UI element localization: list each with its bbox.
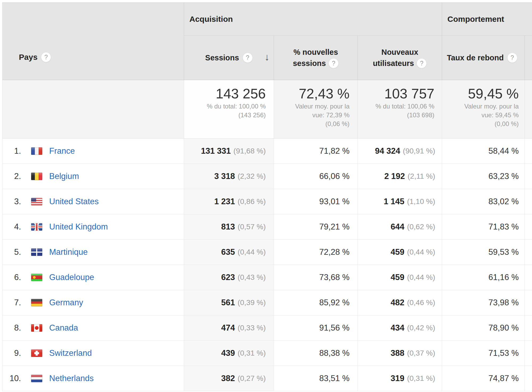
summary-next-clipped	[525, 80, 532, 139]
new-users-cell: 2 192 (2,11 %)	[358, 164, 442, 189]
table-row-country: 5. Martinique	[2, 240, 184, 265]
column-header-next-clipped	[525, 36, 532, 80]
next-column-clipped-cell	[525, 214, 532, 240]
sessions-cell: 635 (0,44 %)	[184, 240, 274, 265]
new-users-header-line1: Nouveaux	[381, 48, 418, 56]
bounce-rate-cell: 83,02 %	[442, 189, 525, 214]
flag-martinique-icon	[31, 248, 42, 256]
column-header-new-sessions[interactable]: % nouvelles sessions ?	[274, 36, 358, 80]
country-link[interactable]: Netherlands	[49, 374, 94, 383]
flag-guadeloupe-icon	[31, 274, 42, 281]
new-sessions-header-line2: sessions	[293, 58, 326, 69]
next-column-clipped-cell	[525, 164, 532, 189]
next-column-clipped-cell	[525, 139, 532, 164]
country-link[interactable]: Germany	[49, 298, 83, 307]
next-column-clipped-cell	[525, 315, 532, 341]
bounce-rate-cell: 61,16 %	[442, 265, 525, 290]
flag-germany-icon	[31, 299, 42, 306]
flag-switzerland-icon	[31, 349, 42, 357]
next-column-clipped-cell	[525, 366, 532, 391]
sessions-cell: 474 (0,33 %)	[184, 315, 274, 341]
table-row-country: 10. Netherlands	[2, 366, 184, 391]
row-rank: 8.	[2, 323, 21, 333]
help-icon[interactable]: ?	[41, 52, 51, 62]
country-link[interactable]: Belgium	[49, 172, 79, 181]
new-users-cell: 644 (0,62 %)	[358, 214, 442, 240]
bounce-rate-cell: 71,83 %	[442, 214, 525, 240]
country-link[interactable]: United Kingdom	[49, 222, 108, 232]
row-rank: 6.	[2, 273, 21, 282]
bounce-rate-cell: 73,98 %	[442, 290, 525, 315]
summary-new-users-cell: 103 757 % du total: 100,06 % (103 698)	[358, 80, 442, 139]
new-sessions-cell: 72,28 %	[274, 240, 358, 265]
new-users-cell: 482 (0,46 %)	[358, 290, 442, 315]
pays-header-label: Pays	[19, 53, 38, 62]
country-link[interactable]: United States	[49, 197, 99, 206]
group-header-acquisition: Acquisition	[184, 3, 442, 36]
help-icon[interactable]: ?	[507, 53, 517, 63]
row-rank: 5.	[2, 247, 21, 257]
new-sessions-cell: 73,68 %	[274, 265, 358, 290]
row-rank: 1.	[2, 146, 21, 156]
flag-united-states-icon	[31, 198, 42, 205]
sessions-cell: 561 (0,39 %)	[184, 290, 274, 315]
new-users-cell: 94 324 (90,91 %)	[358, 139, 442, 164]
sessions-cell: 813 (0,57 %)	[184, 214, 274, 240]
summary-bounce-rate-cell: 59,45 % Valeur moy. pour la vue: 59,45 %…	[442, 80, 525, 139]
sessions-cell: 439 (0,31 %)	[184, 341, 274, 366]
summary-bounce-rate-avg: 59,45 %	[445, 85, 519, 102]
sort-descending-icon: ↓	[265, 52, 270, 63]
summary-sessions-cell: 143 256 % du total: 100,00 % (143 256)	[184, 80, 274, 139]
country-link[interactable]: France	[49, 146, 75, 156]
new-users-cell: 1 145 (1,10 %)	[358, 189, 442, 214]
next-column-clipped-cell	[525, 341, 532, 366]
next-column-clipped-cell	[525, 265, 532, 290]
table-row-country: 8. Canada	[2, 315, 184, 341]
row-rank: 7.	[2, 298, 21, 307]
summary-new-users-total: 103 757	[360, 85, 434, 102]
summary-pays-cell	[2, 80, 184, 139]
column-header-sessions[interactable]: Sessions ? ↓	[184, 36, 274, 80]
table-row-country: 6. Guadeloupe	[2, 265, 184, 290]
help-icon[interactable]: ?	[329, 58, 339, 68]
new-users-cell: 459 (0,44 %)	[358, 265, 442, 290]
new-sessions-header-line1: % nouvelles	[293, 48, 338, 56]
bounce-rate-cell: 74,87 %	[442, 366, 525, 391]
table-row-country: 9. Switzerland	[2, 341, 184, 366]
new-sessions-cell: 88,38 %	[274, 341, 358, 366]
row-rank: 2.	[2, 172, 21, 181]
sessions-cell: 623 (0,43 %)	[184, 265, 274, 290]
column-header-bounce-rate[interactable]: Taux de rebond ?	[442, 36, 525, 80]
new-sessions-cell: 71,82 %	[274, 139, 358, 164]
country-link[interactable]: Switzerland	[49, 348, 92, 358]
bounce-rate-cell: 58,44 %	[442, 139, 525, 164]
sessions-header-label: Sessions	[205, 52, 239, 63]
table-row-country: 3. United States	[2, 189, 184, 214]
new-users-header-line2: utilisateurs	[373, 58, 414, 69]
help-icon[interactable]: ?	[243, 53, 253, 63]
table-row-country: 2. Belgium	[2, 164, 184, 189]
summary-new-sessions-avg: 72,43 %	[277, 85, 350, 102]
table-row-country: 7. Germany	[2, 290, 184, 315]
column-header-new-users[interactable]: Nouveaux utilisateurs ?	[358, 36, 442, 80]
new-users-cell: 434 (0,42 %)	[358, 315, 442, 341]
new-sessions-cell: 93,01 %	[274, 189, 358, 214]
countries-table: Pays ? Acquisition Comportement Sessions…	[2, 2, 532, 391]
country-link[interactable]: Guadeloupe	[49, 273, 94, 282]
sessions-cell: 3 318 (2,32 %)	[184, 164, 274, 189]
table-row-country: 4. United Kingdom	[2, 214, 184, 240]
row-rank: 4.	[2, 222, 21, 232]
bounce-rate-cell: 63,23 %	[442, 164, 525, 189]
sessions-cell: 131 331 (91,68 %)	[184, 139, 274, 164]
help-icon[interactable]: ?	[417, 58, 427, 68]
country-link[interactable]: Martinique	[49, 247, 88, 257]
sessions-cell: 382 (0,27 %)	[184, 366, 274, 391]
column-header-pays[interactable]: Pays ?	[2, 3, 184, 80]
new-users-cell: 319 (0,31 %)	[358, 366, 442, 391]
bounce-rate-header-label: Taux de rebond	[447, 52, 504, 63]
new-users-cell: 388 (0,37 %)	[358, 341, 442, 366]
new-sessions-cell: 85,92 %	[274, 290, 358, 315]
new-sessions-cell: 79,21 %	[274, 214, 358, 240]
country-link[interactable]: Canada	[49, 323, 78, 333]
row-rank: 3.	[2, 197, 21, 206]
